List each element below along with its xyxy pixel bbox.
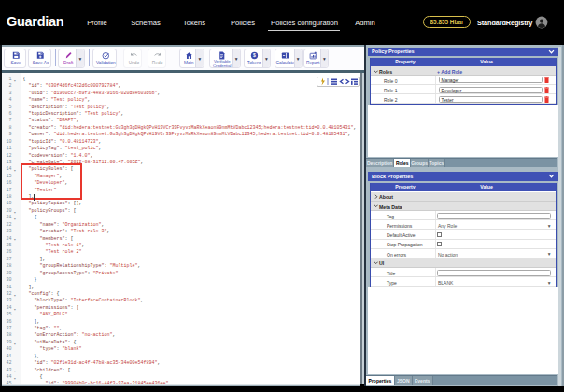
svg-text:$: $	[253, 52, 256, 58]
